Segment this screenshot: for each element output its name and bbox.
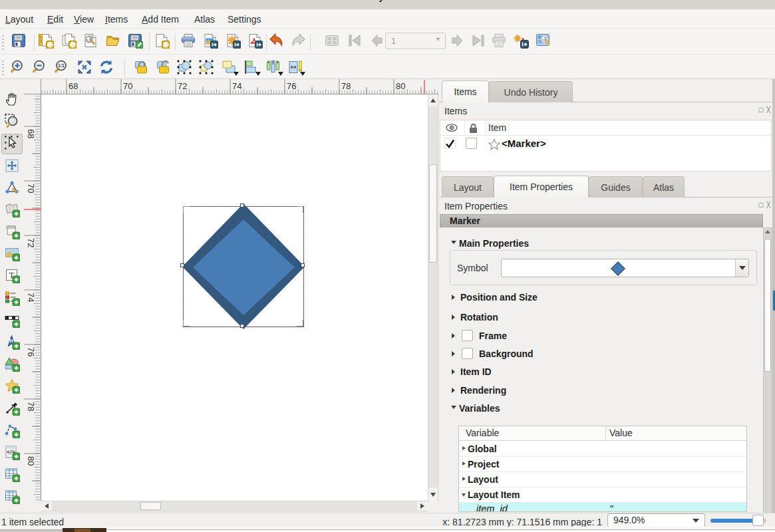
svg-text:70: 70: [26, 184, 36, 193]
svg-text:78: 78: [26, 402, 36, 411]
svg-text:1:1: 1:1: [58, 63, 65, 68]
svg-text:N: N: [9, 338, 13, 343]
svg-text:78: 78: [341, 81, 351, 91]
svg-text:80: 80: [396, 81, 405, 91]
svg-text:80: 80: [26, 456, 36, 466]
svg-text:70: 70: [123, 81, 132, 91]
svg-text:74: 74: [26, 293, 36, 302]
svg-text:68: 68: [69, 81, 78, 91]
svg-text:76: 76: [287, 81, 296, 91]
svg-text:76: 76: [26, 347, 36, 356]
svg-text:72: 72: [26, 238, 36, 247]
svg-text:68: 68: [26, 129, 36, 138]
svg-text:74: 74: [232, 81, 241, 91]
svg-text:72: 72: [178, 81, 187, 91]
